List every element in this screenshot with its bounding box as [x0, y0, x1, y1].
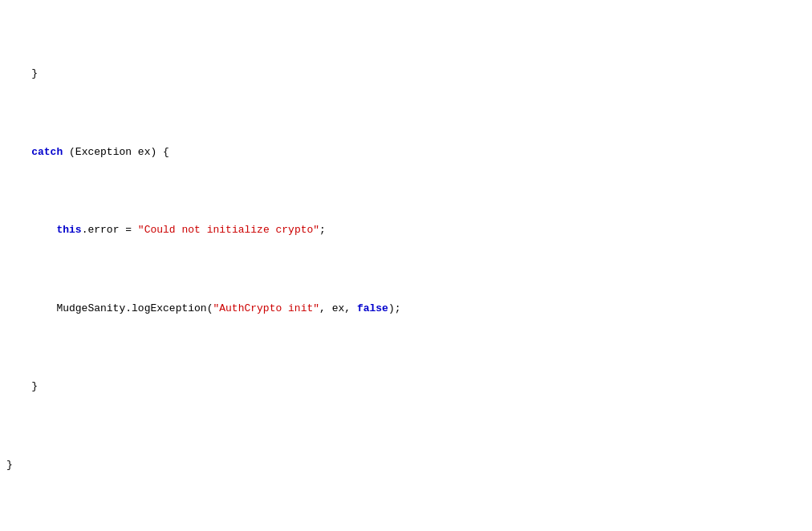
code-line: catch (Exception ex) {	[0, 144, 812, 160]
code-line: }	[0, 66, 812, 82]
code-line: }	[0, 379, 812, 395]
code-line: this.error = "Could not initialize crypt…	[0, 222, 812, 238]
code-editor: } catch (Exception ex) { this.error = "C…	[0, 0, 812, 531]
code-line: MudgeSanity.logException("AuthCrypto ini…	[0, 301, 812, 317]
code-line: }	[0, 457, 812, 473]
